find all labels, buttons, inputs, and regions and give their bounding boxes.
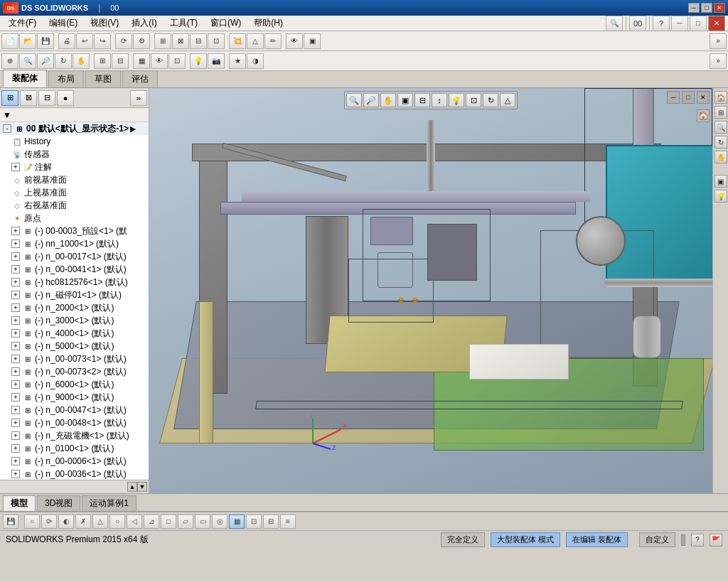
tb1-assembly-features[interactable]: ⊡ xyxy=(208,33,225,49)
viewport[interactable]: 🔍 🔎 ✋ ▣ ⊟ ↕ 💡 ⊡ ↻ △ ─ □ ✕ 🏠 xyxy=(149,88,712,493)
comp13-expand[interactable]: + xyxy=(11,380,20,389)
tb2-section[interactable]: ⊡ xyxy=(168,53,186,69)
bt-angle[interactable]: ⊿ xyxy=(144,514,159,529)
tb1-rebuild[interactable]: ⟳ xyxy=(115,33,132,49)
bt-circle2[interactable]: ◐ xyxy=(58,514,74,529)
menu-insert[interactable]: 插入(I) xyxy=(126,16,162,31)
comp4-expand[interactable]: + xyxy=(11,265,20,274)
tb2-expand[interactable]: » xyxy=(710,53,727,69)
tb1-pattern[interactable]: ⊟ xyxy=(190,33,207,49)
comp20-expand[interactable]: + xyxy=(11,470,20,478)
comp1-expand[interactable]: + xyxy=(11,227,20,235)
comp3-expand[interactable]: + xyxy=(11,252,20,261)
tb1-print[interactable]: 🖨 xyxy=(58,33,75,49)
tree-item-comp12[interactable]: + ⊞ (-) n_00-0073<2> (默认) xyxy=(0,365,149,378)
bottom-tab-model[interactable]: 模型 xyxy=(3,495,36,511)
right-home-icon[interactable]: 🏠 xyxy=(714,91,727,104)
tb1-open[interactable]: 📂 xyxy=(19,33,36,49)
tree-item-comp9[interactable]: + ⊞ (-) n_4000<1> (默认) xyxy=(0,327,149,340)
vp-zoom-out[interactable]: 🔎 xyxy=(363,93,379,107)
tree-item-comp14[interactable]: + ⊞ (-) n_9000<1> (默认) xyxy=(0,391,149,404)
tree-item-front-plane[interactable]: ◇ 前视基准面 xyxy=(0,173,149,186)
tree-item-comp10[interactable]: + ⊞ (-) n_5000<1> (默认) xyxy=(0,340,149,352)
bt-circle3[interactable]: ○ xyxy=(109,514,125,529)
tree-item-comp15[interactable]: + ⊞ (-) n_00-0047<1> (默认) xyxy=(0,404,149,416)
status-help[interactable]: ? xyxy=(691,534,704,546)
left-tab-configuration-manager[interactable]: ⊟ xyxy=(38,90,55,106)
right-display-icon[interactable]: ▣ xyxy=(714,175,727,188)
tb2-view-orient[interactable]: ⊟ xyxy=(112,53,129,69)
comp10-expand[interactable]: + xyxy=(11,342,20,350)
comp7-expand[interactable]: + xyxy=(11,303,20,312)
menu-window[interactable]: 窗口(W) xyxy=(205,16,247,31)
tb1-new[interactable]: 📄 xyxy=(1,33,18,49)
tree-item-history[interactable]: 📋 History xyxy=(0,135,149,148)
comp15-expand[interactable]: + xyxy=(11,406,20,414)
tree-item-comp3[interactable]: + ⊞ (-) n_00-0017<1> (默认) xyxy=(0,250,149,263)
tb2-zoom-in[interactable]: 🔍 xyxy=(19,53,36,69)
tree-scroll-right[interactable]: ▶ xyxy=(130,125,136,133)
tree-item-comp13[interactable]: + ⊞ (-) n_6000<1> (默认) xyxy=(0,378,149,391)
tree-item-comp17[interactable]: + ⊞ (-) n_充磁電機<1> (默认) xyxy=(0,429,149,442)
right-view-cube-icon[interactable]: ⊞ xyxy=(714,106,727,119)
bt-cross[interactable]: ✗ xyxy=(75,514,91,529)
tb1-undo[interactable]: ↩ xyxy=(76,33,93,49)
bt-menu-lines[interactable]: ≡ xyxy=(280,514,296,529)
tb2-zoom-to-fit[interactable]: ⊕ xyxy=(1,53,18,69)
menu-help[interactable]: 帮助(H) xyxy=(248,16,289,31)
tb1-explode[interactable]: 💥 xyxy=(229,33,246,49)
bt-lines[interactable]: ⊟ xyxy=(263,514,279,529)
bt-hrect[interactable]: ▭ xyxy=(195,514,210,529)
bt-rebuild[interactable]: ⟳ xyxy=(41,514,57,529)
tree-item-comp2[interactable]: + ⊞ (-) nn_1000<1> (默认) xyxy=(0,237,149,250)
tab-sketch[interactable]: 草图 xyxy=(85,70,121,87)
menu-tools[interactable]: 工具(T) xyxy=(164,16,203,31)
bt-parallel[interactable]: ▱ xyxy=(178,514,193,529)
annotation-expand[interactable]: + xyxy=(11,163,20,171)
tb2-cameras[interactable]: 📷 xyxy=(208,53,225,69)
comp12-expand[interactable]: + xyxy=(11,367,20,376)
comp17-expand[interactable]: + xyxy=(11,431,20,440)
bottom-tab-3dview[interactable]: 3D视图 xyxy=(37,495,80,511)
left-tab-feature-manager[interactable]: ⊞ xyxy=(1,90,18,106)
vp-zoom-in[interactable]: 🔍 xyxy=(346,93,362,107)
tree-item-sensor[interactable]: 📡 传感器 xyxy=(0,148,149,161)
tree-item-top-plane[interactable]: ◇ 上视基准面 xyxy=(0,186,149,199)
bt-circle1[interactable]: ○ xyxy=(24,514,40,529)
left-tab-property-manager[interactable]: ⊠ xyxy=(20,90,37,106)
tree-item-annotation[interactable]: + 📝 注解 xyxy=(0,161,149,173)
tree-item-comp4[interactable]: + ⊞ (-) n_00-0041<1> (默认) xyxy=(0,263,149,276)
comp16-expand[interactable]: + xyxy=(11,419,20,427)
vp-perspective[interactable]: ⊡ xyxy=(466,93,481,107)
comp6-expand[interactable]: + xyxy=(11,291,20,299)
tb2-lights[interactable]: 💡 xyxy=(190,53,207,69)
right-rotate-icon[interactable]: ↻ xyxy=(714,136,727,149)
tb1-reference[interactable]: △ xyxy=(247,33,264,49)
tb1-expand[interactable]: » xyxy=(710,33,727,49)
tab-layout[interactable]: 布局 xyxy=(48,70,84,87)
tree-item-comp20[interactable]: + ⊞ (-) n_00-0036<1> (默认) xyxy=(0,468,149,480)
right-zoom-icon[interactable]: 🔍 xyxy=(714,121,727,134)
toolbar-minimize2[interactable]: ─ xyxy=(671,16,688,31)
vp-display[interactable]: ▣ xyxy=(397,93,413,107)
tree-item-comp6[interactable]: + ⊞ (-) n_磁停01<1> (默认) xyxy=(0,289,149,301)
vp-rotate[interactable]: ↻ xyxy=(483,93,498,107)
tb1-insert-component[interactable]: ⊞ xyxy=(154,33,171,49)
vp-realview[interactable]: 💡 xyxy=(449,93,464,107)
tb1-save[interactable]: 💾 xyxy=(37,33,54,49)
left-tab-display-manager[interactable]: ● xyxy=(57,90,74,106)
comp9-expand[interactable]: + xyxy=(11,329,20,338)
tree-item-comp7[interactable]: + ⊞ (-) n_2000<1> (默认) xyxy=(0,301,149,314)
vp-minimize[interactable]: ─ xyxy=(667,91,680,104)
bt-tri-circle[interactable]: ◁ xyxy=(127,514,142,529)
3d-scene[interactable]: 🔍 🔎 ✋ ▣ ⊟ ↕ 💡 ⊡ ↻ △ ─ □ ✕ 🏠 xyxy=(149,88,712,493)
tree-item-comp8[interactable]: + ⊞ (-) n_3000<1> (默认) xyxy=(0,314,149,327)
toolbar-help[interactable]: ? xyxy=(653,16,670,31)
tab-evaluate[interactable]: 评估 xyxy=(122,70,158,87)
tb1-sketch[interactable]: ✏ xyxy=(264,33,282,49)
tree-item-comp18[interactable]: + ⊞ (-) n_0100<1> (默认) xyxy=(0,442,149,455)
tree-root-expand[interactable]: - xyxy=(3,124,11,133)
tb2-hide-show[interactable]: 👁 xyxy=(151,53,168,69)
close-button[interactable]: ✕ xyxy=(714,3,725,13)
tree-root[interactable]: - ⊞ 00 默认<默认_显示状态-1> ▶ xyxy=(0,122,149,135)
